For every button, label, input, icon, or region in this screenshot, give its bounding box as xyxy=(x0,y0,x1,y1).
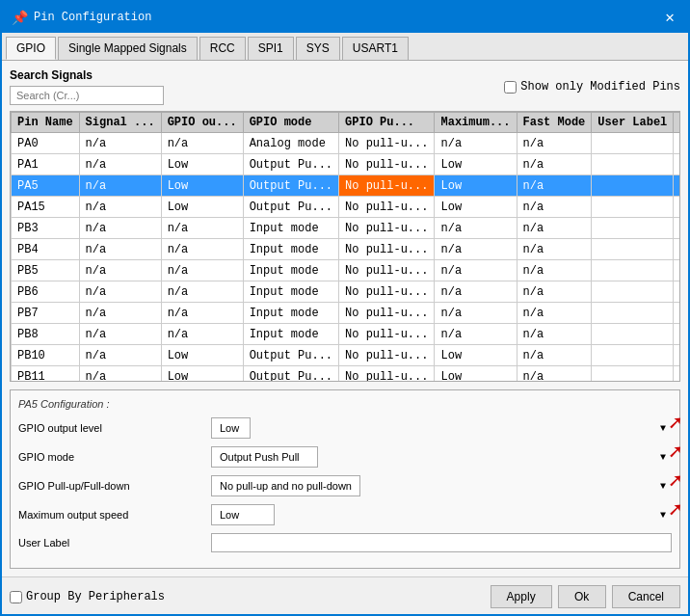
signals-table-container[interactable]: Pin Name Signal ... GPIO ou... GPIO mode… xyxy=(10,111,680,382)
gpio-output-level-wrapper: Low High ▼ xyxy=(211,417,672,439)
search-signals-container: Search Signals xyxy=(10,68,164,105)
col-signal: Signal ... xyxy=(79,113,161,133)
arrow-annotation-4: ➘ xyxy=(669,496,681,522)
tab-bar: GPIO Single Mapped Signals RCC SPI1 SYS … xyxy=(2,33,688,61)
config-row-user-label: User Label xyxy=(18,533,672,552)
config-section: PA5 Configuration : GPIO output level Lo… xyxy=(10,389,680,569)
modified-checkbox[interactable] xyxy=(679,220,680,232)
search-label: Search Signals xyxy=(10,68,164,82)
title-bar: 📌 Pin Configuration ✕ xyxy=(2,2,688,33)
col-pin-name: Pin Name xyxy=(12,113,80,133)
pin-icon: 📌 xyxy=(12,10,28,26)
config-row-max-speed: Maximum output speed Low Medium High Ver… xyxy=(18,504,672,525)
tab-rcc[interactable]: RCC xyxy=(199,37,246,60)
user-label-input[interactable] xyxy=(211,533,672,552)
group-by-checkbox[interactable] xyxy=(10,591,22,603)
bottom-bar: Group By Peripherals Apply Ok Cancel xyxy=(2,576,688,614)
cancel-button[interactable]: Cancel xyxy=(612,585,680,608)
max-output-speed-wrapper: Low Medium High Very High ▼ xyxy=(211,504,672,525)
tab-usart1[interactable]: USART1 xyxy=(342,37,409,60)
table-row[interactable]: PB3n/an/aInput modeNo pull-u...n/an/a xyxy=(12,218,681,239)
modified-checkbox[interactable] xyxy=(679,326,680,338)
arrow-annotation-2: ➘ xyxy=(669,439,681,465)
gpio-mode-label: GPIO mode xyxy=(18,451,211,463)
gpio-pullup-arrow-icon: ▼ xyxy=(660,481,666,492)
max-output-speed-select[interactable]: Low Medium High Very High xyxy=(211,504,275,525)
modified-checkbox[interactable] xyxy=(679,177,680,190)
table-row[interactable]: PA5n/aLowOutput Pu...No pull-u...Lown/a xyxy=(12,175,681,197)
search-input[interactable] xyxy=(10,86,164,105)
modified-checkbox[interactable] xyxy=(679,262,680,275)
col-gpio-mode: GPIO mode xyxy=(243,113,338,133)
table-row[interactable]: PB5n/an/aInput modeNo pull-u...n/an/a xyxy=(12,260,681,281)
col-user-label: User Label xyxy=(592,113,674,133)
modified-checkbox[interactable] xyxy=(679,283,680,296)
col-maximum: Maximum... xyxy=(435,113,517,133)
table-row[interactable]: PB11n/aLowOutput Pu...No pull-u...Lown/a xyxy=(12,366,681,383)
gpio-output-level-label: GPIO output level xyxy=(18,422,211,434)
main-content: Search Signals Show only Modified Pins P… xyxy=(2,61,688,576)
col-gpio-pu: GPIO Pu... xyxy=(339,113,435,133)
gpio-mode-arrow-icon: ▼ xyxy=(660,452,666,463)
max-output-speed-label: Maximum output speed xyxy=(18,509,211,521)
col-gpio-out: GPIO ou... xyxy=(161,113,243,133)
table-row[interactable]: PA15n/aLowOutput Pu...No pull-u...Lown/a xyxy=(12,197,681,218)
config-row-pullup: GPIO Pull-up/Full-down No pull-up and no… xyxy=(18,475,672,496)
col-modified: Modified xyxy=(674,113,680,133)
table-row[interactable]: PA0n/an/aAnalog modeNo pull-u...n/an/a xyxy=(12,133,681,154)
gpio-output-arrow-icon: ▼ xyxy=(660,423,666,434)
apply-button[interactable]: Apply xyxy=(491,585,552,608)
window-title: Pin Configuration xyxy=(34,11,151,24)
tab-gpio[interactable]: GPIO xyxy=(6,37,56,60)
table-row[interactable]: PB8n/an/aInput modeNo pull-u...n/an/a xyxy=(12,324,681,345)
gpio-output-level-select[interactable]: Low High xyxy=(211,417,251,439)
show-modified-checkbox[interactable] xyxy=(504,81,517,94)
modified-checkbox[interactable] xyxy=(679,135,680,147)
button-group: Apply Ok Cancel xyxy=(491,585,680,608)
search-section: Search Signals Show only Modified Pins xyxy=(10,68,680,105)
modified-checkbox[interactable] xyxy=(679,305,680,317)
title-bar-left: 📌 Pin Configuration xyxy=(12,10,151,26)
table-row[interactable]: PB4n/an/aInput modeNo pull-u...n/an/a xyxy=(12,239,681,260)
gpio-mode-select[interactable]: Output Push Pull Output Open Drain Input… xyxy=(211,446,318,468)
gpio-pullup-select[interactable]: No pull-up and no pull-down Pull-up Pull… xyxy=(211,475,360,496)
group-by-label: Group By Peripherals xyxy=(10,590,165,603)
modified-checkbox[interactable] xyxy=(679,241,680,254)
gpio-mode-wrapper: Output Push Pull Output Open Drain Input… xyxy=(211,446,672,468)
show-modified-text: Show only Modified Pins xyxy=(520,80,680,94)
signals-table: Pin Name Signal ... GPIO ou... GPIO mode… xyxy=(11,112,680,382)
table-row[interactable]: PB6n/an/aInput modeNo pull-u...n/an/a xyxy=(12,281,681,303)
tab-sys[interactable]: SYS xyxy=(296,37,340,60)
config-title: PA5 Configuration : xyxy=(18,398,672,410)
tab-spi1[interactable]: SPI1 xyxy=(248,37,294,60)
tab-single-mapped[interactable]: Single Mapped Signals xyxy=(58,37,198,60)
modified-checkbox[interactable] xyxy=(679,199,680,211)
config-row-gpio-output: GPIO output level Low High ▼ ➘ xyxy=(18,417,672,439)
table-row[interactable]: PA1n/aLowOutput Pu...No pull-u...Lown/a xyxy=(12,154,681,175)
gpio-pullup-label: GPIO Pull-up/Full-down xyxy=(18,480,211,492)
show-modified-label: Show only Modified Pins xyxy=(504,80,680,94)
modified-checkbox[interactable] xyxy=(679,156,680,169)
user-label-field-label: User Label xyxy=(18,537,211,549)
group-by-text: Group By Peripherals xyxy=(26,590,165,603)
config-row-gpio-mode: GPIO mode Output Push Pull Output Open D… xyxy=(18,446,672,468)
arrow-annotation-1: ➘ xyxy=(669,410,681,436)
modified-checkbox[interactable] xyxy=(679,347,680,360)
table-row[interactable]: PB7n/an/aInput modeNo pull-u...n/an/a xyxy=(12,303,681,324)
table-body: PA0n/an/aAnalog modeNo pull-u...n/an/aPA… xyxy=(12,133,681,383)
close-button[interactable]: ✕ xyxy=(661,8,678,27)
table-row[interactable]: PB10n/aLowOutput Pu...No pull-u...Lown/a xyxy=(12,345,681,366)
col-fast-mode: Fast Mode xyxy=(517,113,592,133)
arrow-annotation-3: ➘ xyxy=(669,468,681,494)
max-speed-arrow-icon: ▼ xyxy=(660,510,666,521)
table-header-row: Pin Name Signal ... GPIO ou... GPIO mode… xyxy=(12,113,681,133)
gpio-pullup-wrapper: No pull-up and no pull-down Pull-up Pull… xyxy=(211,475,672,496)
modified-checkbox[interactable] xyxy=(679,368,680,381)
pin-configuration-window: 📌 Pin Configuration ✕ GPIO Single Mapped… xyxy=(0,0,690,616)
ok-button[interactable]: Ok xyxy=(558,585,606,608)
